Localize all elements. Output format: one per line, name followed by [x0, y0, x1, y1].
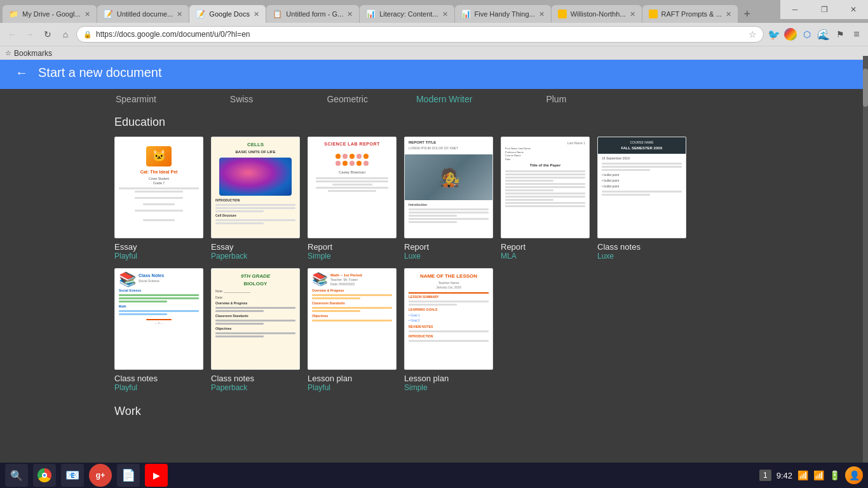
home-button[interactable]: ⌂: [58, 27, 72, 41]
tab-bar: 📁 My Drive - Googl... ✕ 📝 Untitled docum…: [0, 0, 868, 23]
restore-button[interactable]: ❐: [810, 0, 839, 19]
new-tab-button[interactable]: +: [738, 5, 756, 23]
browser-chrome: 📁 My Drive - Googl... ✕ 📝 Untitled docum…: [0, 0, 868, 56]
gmail-taskbar-button[interactable]: 📧: [61, 464, 84, 487]
template-classnotes-playful[interactable]: 📚 Class Notes Social Science Social Scie…: [114, 268, 203, 392]
youtube-taskbar-button[interactable]: ▶: [145, 464, 168, 487]
tab-five-handy[interactable]: 📊 Five Handy Thing... ✕: [455, 5, 551, 23]
tab-untitled-doc[interactable]: 📝 Untitled docume... ✕: [97, 5, 189, 23]
lesson-simple-thumb[interactable]: NAME OF THE LESSON Teacher NameJanuary 1…: [404, 268, 493, 370]
essay-playful-thumb[interactable]: 🐱 Cat: The Ideal Pet Cover StudentGrade …: [114, 137, 203, 238]
lesson-playful-name: Lesson plan: [308, 374, 352, 383]
swiss-label: Swiss: [229, 94, 255, 104]
chrome-taskbar-button[interactable]: [33, 464, 56, 487]
template-lesson-playful[interactable]: 📚 Math – 1st Period Teacher: Mr. FosterD…: [308, 268, 397, 392]
template-lesson-simple[interactable]: NAME OF THE LESSON Teacher NameJanuary 1…: [404, 268, 493, 392]
classnotes-luxe-thumb[interactable]: COURSE NAME FALL SEMESTER 200X 16 Septem…: [597, 137, 686, 238]
essay-playful-sub: Playful: [114, 252, 137, 261]
template-report-simple[interactable]: SCIENCE LAB REPORT: [308, 137, 397, 261]
style-labels-row: Spearmint Swiss Geometric Modern Writer …: [0, 89, 868, 111]
tab-close-icon-2[interactable]: ✕: [177, 10, 182, 18]
classnotes-playful-thumb[interactable]: 📚 Class Notes Social Science Social Scie…: [114, 268, 203, 370]
lesson-simple-sub: Simple: [404, 383, 428, 392]
tab-google-docs[interactable]: 📝 Google Docs ✕: [189, 5, 266, 23]
bookmarks-star-icon: ☆: [5, 49, 11, 57]
template-classnotes-paperback[interactable]: 9TH GRADE BIOLOGY Note: _______________ …: [211, 268, 300, 392]
ssl-lock-icon: 🔒: [83, 30, 92, 39]
window-controls: ─ ❐ ✕: [780, 0, 868, 19]
tab-close-icon-5[interactable]: ✕: [442, 10, 448, 18]
template-essay-paperback[interactable]: CELLS BASIC UNITS OF LIFE INTRODUCTION C…: [211, 137, 300, 261]
user-avatar[interactable]: 👤: [845, 466, 863, 484]
extension-icon-2[interactable]: 🌊: [817, 28, 830, 41]
taskbar-time: 9:42: [776, 471, 792, 480]
docs-taskbar-button[interactable]: 📄: [117, 464, 140, 487]
classnotes-paperback-sub: Paperback: [211, 383, 247, 392]
search-taskbar-button[interactable]: 🔍: [5, 464, 28, 487]
lesson-playful-thumb[interactable]: 📚 Math – 1st Period Teacher: Mr. FosterD…: [308, 268, 397, 370]
forward-button[interactable]: →: [23, 27, 37, 41]
twitter-icon[interactable]: 🐦: [768, 28, 780, 41]
tab-close-icon-8[interactable]: ✕: [726, 10, 731, 18]
classnotes-playful-name: Class notes: [114, 374, 158, 383]
forms-favicon: 📋: [273, 10, 282, 18]
address-bar[interactable]: 🔒 https://docs.google.com/document/u/0/?…: [76, 26, 764, 43]
extension-icon-3[interactable]: ⚑: [834, 28, 846, 41]
tab-williston[interactable]: Williston-Northh... ✕: [552, 5, 642, 23]
report-simple-thumb[interactable]: SCIENCE LAB REPORT: [308, 137, 397, 238]
taskbar-right-area: 1 9:42 📶 📶 🔋 👤: [759, 466, 863, 484]
scrollbar-track[interactable]: [863, 56, 868, 463]
extension-icon-1[interactable]: ⬡: [801, 28, 813, 41]
lesson-simple-name: Lesson plan: [404, 374, 449, 383]
sheets-favicon-2: 📊: [461, 10, 471, 18]
classnotes-paperback-thumb[interactable]: 9TH GRADE BIOLOGY Note: _______________ …: [211, 268, 300, 370]
essay-paperback-thumb[interactable]: CELLS BASIC UNITS OF LIFE INTRODUCTION C…: [211, 137, 300, 238]
report-mla-thumb[interactable]: Last Name 1 First Name Last Name Profess…: [501, 137, 590, 238]
address-text: https://docs.google.com/document/u/0/?hl…: [96, 30, 745, 39]
plum-label: Plum: [545, 94, 567, 104]
classnotes-playful-sub: Playful: [114, 383, 137, 392]
back-button[interactable]: ←: [15, 65, 28, 80]
tab-close-icon-4[interactable]: ✕: [347, 10, 353, 18]
tab-close-icon[interactable]: ✕: [85, 10, 90, 18]
classnotes-luxe-sub: Luxe: [597, 252, 614, 261]
bookmarks-label: Bookmarks: [14, 49, 52, 58]
tab-close-icon-7[interactable]: ✕: [630, 10, 635, 18]
main-content: ← Start a new document Spearmint Swiss G…: [0, 56, 868, 463]
tab-literacy[interactable]: 📊 Literacy: Content... ✕: [360, 5, 454, 23]
minimize-button[interactable]: ─: [780, 0, 810, 19]
report-mla-name: Report: [501, 242, 526, 252]
essay-paperback-name: Essay: [211, 242, 233, 252]
lesson-playful-sub: Playful: [308, 383, 330, 392]
google-icon[interactable]: [784, 28, 797, 41]
template-classnotes-luxe[interactable]: COURSE NAME FALL SEMESTER 200X 16 Septem…: [597, 137, 686, 261]
drive-favicon: 📁: [9, 10, 18, 18]
menu-button[interactable]: ≡: [850, 28, 863, 41]
template-report-mla[interactable]: Last Name 1 First Name Last Name Profess…: [501, 137, 590, 261]
tab-close-icon-6[interactable]: ✕: [539, 10, 545, 18]
scrollbar-thumb[interactable]: [863, 69, 868, 107]
taskbar: 🔍 📧 g+ 📄 ▶ 1 9:42 📶 📶 🔋 👤: [0, 463, 868, 488]
back-button[interactable]: ←: [5, 27, 19, 41]
sheets-favicon: 📊: [366, 10, 376, 18]
report-mla-sub: MLA: [501, 252, 517, 261]
report-luxe-thumb[interactable]: REPORT TITLE LOREM IPSUM DOLOR SIT AMET …: [404, 137, 493, 238]
close-button[interactable]: ✕: [839, 0, 868, 19]
content-scroll[interactable]: Spearmint Swiss Geometric Modern Writer …: [0, 89, 868, 463]
network-icon: 📶: [797, 470, 808, 480]
bookmark-star-icon[interactable]: ☆: [749, 29, 757, 39]
cat-image: 🐱: [146, 146, 172, 166]
education-row-1: 🐱 Cat: The Ideal Pet Cover StudentGrade …: [0, 137, 868, 268]
work-section-header: Work: [0, 400, 868, 426]
template-essay-playful[interactable]: 🐱 Cat: The Ideal Pet Cover StudentGrade …: [114, 137, 203, 261]
tab-close-icon-3[interactable]: ✕: [254, 10, 259, 18]
report-luxe-name: Report: [404, 242, 429, 252]
tab-my-drive[interactable]: 📁 My Drive - Googl... ✕: [3, 5, 97, 23]
essay-playful-name: Essay: [114, 242, 137, 252]
report-luxe-sub: Luxe: [404, 252, 421, 261]
gplus-taskbar-button[interactable]: g+: [89, 464, 112, 487]
tab-raft[interactable]: RAFT Prompts & ... ✕: [642, 5, 738, 23]
template-report-luxe[interactable]: REPORT TITLE LOREM IPSUM DOLOR SIT AMET …: [404, 137, 493, 261]
reload-button[interactable]: ↻: [41, 27, 55, 41]
tab-untitled-form[interactable]: 📋 Untitled form - G... ✕: [266, 5, 359, 23]
